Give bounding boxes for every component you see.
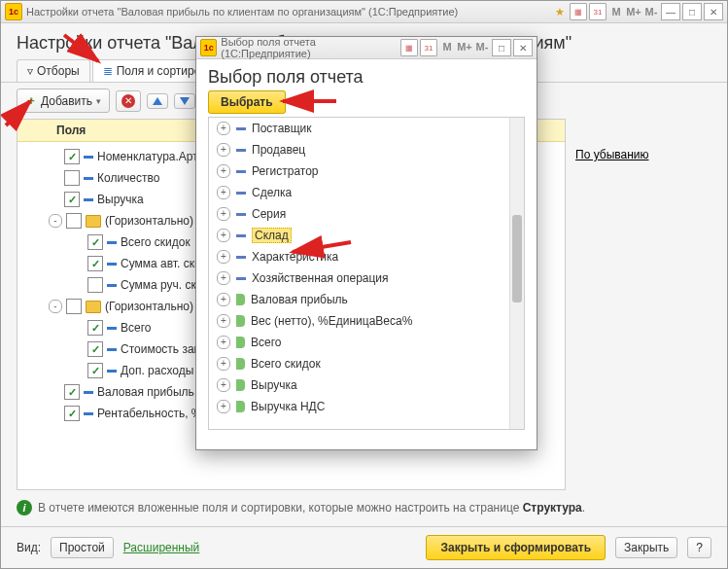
modal-list-item[interactable]: +Серия bbox=[209, 203, 510, 225]
modal-scroll-thumb[interactable] bbox=[512, 215, 522, 302]
app-icon-1c: 1c bbox=[5, 3, 22, 20]
expand-icon[interactable]: - bbox=[49, 214, 62, 228]
field-icon bbox=[107, 327, 117, 330]
fields-icon: ≣ bbox=[103, 64, 113, 78]
expand-icon[interactable]: + bbox=[217, 207, 230, 221]
modal-list-item[interactable]: +Валовая прибыль bbox=[209, 289, 510, 310]
modal-list-item[interactable]: +Поставщик bbox=[209, 118, 510, 139]
checkbox[interactable] bbox=[64, 170, 80, 186]
modal-list-item[interactable]: +Всего скидок bbox=[209, 353, 510, 374]
move-down-button[interactable] bbox=[174, 93, 195, 109]
modal-m-plus[interactable]: M+ bbox=[457, 39, 472, 54]
modal-cal-icon-2[interactable]: 31 bbox=[420, 39, 437, 56]
modal-item-label: Всего скидок bbox=[251, 357, 321, 371]
field-icon bbox=[107, 284, 117, 287]
modal-scrollbar[interactable] bbox=[509, 118, 524, 429]
field-icon bbox=[236, 149, 246, 152]
modal-list-item[interactable]: +Склад bbox=[209, 225, 510, 246]
help-button[interactable]: ? bbox=[687, 537, 711, 558]
field-icon bbox=[107, 241, 117, 244]
calendar-icon-2[interactable]: 31 bbox=[589, 3, 607, 20]
tree-row-label: Всего скидок bbox=[121, 235, 191, 249]
delete-button[interactable]: ✕ bbox=[116, 90, 141, 112]
expand-icon[interactable]: + bbox=[217, 143, 230, 157]
info-link[interactable]: Структура bbox=[523, 501, 582, 515]
close-button[interactable]: Закрыть bbox=[615, 537, 677, 558]
expand-icon[interactable]: + bbox=[217, 293, 230, 306]
checkbox[interactable] bbox=[64, 384, 80, 400]
close-and-form-button[interactable]: Закрыть и сформировать bbox=[426, 535, 606, 560]
function-icon bbox=[236, 294, 245, 305]
modal-m-minus[interactable]: M- bbox=[474, 39, 490, 54]
modal-maximize[interactable]: □ bbox=[492, 39, 511, 56]
add-button[interactable]: ＋ Добавить ▾ bbox=[17, 89, 110, 113]
expand-icon[interactable]: + bbox=[217, 186, 230, 199]
checkbox[interactable] bbox=[66, 213, 82, 229]
function-icon bbox=[236, 315, 245, 327]
minimize-button[interactable]: — bbox=[661, 3, 680, 20]
expand-icon[interactable]: + bbox=[217, 271, 230, 285]
modal-item-label: Всего bbox=[251, 336, 281, 349]
expand-icon[interactable]: + bbox=[217, 229, 230, 242]
field-icon bbox=[236, 256, 246, 259]
field-icon bbox=[107, 263, 117, 266]
m-minus-button[interactable]: M- bbox=[643, 4, 659, 19]
checkbox[interactable] bbox=[66, 299, 82, 314]
expand-icon[interactable]: + bbox=[217, 336, 230, 349]
modal-list-item[interactable]: +Хозяйственная операция bbox=[209, 267, 510, 289]
modal-list-item[interactable]: +Продавец bbox=[209, 139, 510, 160]
checkbox[interactable] bbox=[87, 320, 103, 336]
checkbox[interactable] bbox=[87, 256, 103, 271]
expand-icon[interactable]: + bbox=[217, 164, 230, 178]
expand-icon[interactable]: + bbox=[217, 250, 230, 264]
checkbox[interactable] bbox=[87, 363, 103, 378]
modal-list-item[interactable]: +Регистратор bbox=[209, 160, 510, 182]
arrow-down-icon bbox=[180, 97, 190, 105]
modal-list-item[interactable]: +Всего bbox=[209, 332, 510, 353]
checkbox[interactable] bbox=[87, 234, 103, 250]
checkbox[interactable] bbox=[64, 149, 80, 164]
checkbox[interactable] bbox=[64, 406, 80, 421]
expand-icon[interactable]: + bbox=[217, 400, 230, 413]
modal-close[interactable]: ✕ bbox=[513, 39, 533, 56]
info-line: i В отчете имеются вложенные поля и сорт… bbox=[1, 490, 727, 525]
calendar-icon-1[interactable]: ▦ bbox=[570, 3, 587, 20]
modal-list-item[interactable]: +Вес (нетто), %ЕдиницаВеса% bbox=[209, 310, 510, 332]
checkbox[interactable] bbox=[87, 341, 103, 357]
expand-icon[interactable]: + bbox=[217, 378, 230, 392]
modal-m[interactable]: M bbox=[439, 39, 455, 54]
sort-direction-link[interactable]: По убыванию bbox=[575, 148, 649, 161]
folder-icon bbox=[86, 301, 101, 313]
tab-filters[interactable]: ▿ Отборы bbox=[17, 59, 90, 82]
view-advanced-link[interactable]: Расширенный bbox=[123, 541, 200, 554]
expand-icon[interactable]: + bbox=[217, 122, 230, 135]
footer: Вид: Простой Расширенный Закрыть и сформ… bbox=[1, 526, 727, 568]
modal-cal-icon-1[interactable]: ▦ bbox=[400, 39, 418, 56]
move-up-button[interactable] bbox=[147, 93, 168, 109]
modal-list-item[interactable]: +Сделка bbox=[209, 182, 510, 203]
modal-select-button[interactable]: Выбрать bbox=[208, 90, 286, 114]
field-icon bbox=[236, 127, 246, 130]
modal-list-item[interactable]: +Выручка bbox=[209, 374, 510, 396]
plus-icon: ＋ bbox=[25, 92, 37, 109]
checkbox[interactable] bbox=[64, 192, 80, 207]
info-prefix: В отчете имеются вложенные поля и сортир… bbox=[38, 501, 523, 515]
expand-icon[interactable]: + bbox=[217, 357, 230, 371]
expand-icon[interactable]: - bbox=[49, 300, 62, 313]
maximize-button[interactable]: □ bbox=[682, 3, 702, 20]
modal-list-item[interactable]: +Выручка НДС bbox=[209, 396, 510, 417]
favorite-icon[interactable]: ★ bbox=[552, 4, 568, 19]
modal-list-item[interactable]: +Характеристика bbox=[209, 246, 510, 267]
tree-row-label: Номенклатура.Арт bbox=[97, 150, 198, 163]
view-simple-button[interactable]: Простой bbox=[51, 537, 114, 558]
m-button[interactable]: M bbox=[608, 4, 624, 19]
m-plus-button[interactable]: M+ bbox=[626, 4, 641, 19]
expand-icon[interactable]: + bbox=[217, 314, 230, 328]
info-suffix: . bbox=[582, 501, 585, 515]
function-icon bbox=[236, 401, 245, 412]
field-icon bbox=[84, 156, 93, 159]
close-window-button[interactable]: ✕ bbox=[704, 3, 723, 20]
tree-row-label: (Горизонтально) bbox=[105, 214, 193, 228]
function-icon bbox=[236, 337, 245, 348]
checkbox[interactable] bbox=[87, 277, 103, 293]
